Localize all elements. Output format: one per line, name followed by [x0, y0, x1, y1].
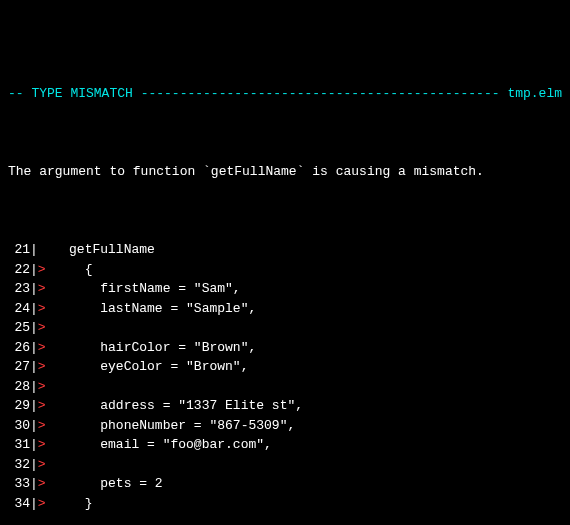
error-marker: > [38, 377, 46, 397]
line-number: 34 [8, 494, 30, 514]
error-marker: > [38, 279, 46, 299]
error-intro: The argument to function `getFullName` i… [8, 162, 562, 182]
gutter-bar: | [30, 455, 38, 475]
header-filename: tmp.elm [500, 84, 562, 104]
error-marker: > [38, 435, 46, 455]
code-line: 25|> [8, 318, 562, 338]
code-text: firstName = "Sam", [46, 279, 241, 299]
code-line: 30|> phoneNumber = "867-5309", [8, 416, 562, 436]
code-block: 21| getFullName22|> {23|> firstName = "S… [8, 240, 562, 513]
code-text: pets = 2 [46, 474, 163, 494]
code-text: } [46, 494, 93, 514]
line-number: 26 [8, 338, 30, 358]
gutter-bar: | [30, 377, 38, 397]
line-number: 25 [8, 318, 30, 338]
error-marker: > [38, 318, 46, 338]
code-line: 31|> email = "foo@bar.com", [8, 435, 562, 455]
line-number: 21 [8, 240, 30, 260]
blank-line [8, 123, 562, 143]
error-marker: > [38, 299, 46, 319]
code-text: getFullName [46, 240, 155, 260]
error-marker: > [38, 455, 46, 475]
error-marker: > [38, 357, 46, 377]
error-title: TYPE MISMATCH [31, 84, 132, 104]
header-prefix: -- [8, 84, 31, 104]
gutter-bar: | [30, 299, 38, 319]
line-number: 27 [8, 357, 30, 377]
gutter-bar: | [30, 474, 38, 494]
blank-line [8, 201, 562, 221]
code-text: email = "foo@bar.com", [46, 435, 272, 455]
header-dashes: ----------------------------------------… [148, 84, 499, 104]
code-text: eyeColor = "Brown", [46, 357, 249, 377]
code-text: phoneNumber = "867-5309", [46, 416, 296, 436]
line-number: 30 [8, 416, 30, 436]
gutter-bar: | [30, 435, 38, 455]
code-line: 26|> hairColor = "Brown", [8, 338, 562, 358]
code-line: 33|> pets = 2 [8, 474, 562, 494]
code-text: { [46, 260, 93, 280]
code-line: 28|> [8, 377, 562, 397]
code-line: 22|> { [8, 260, 562, 280]
line-number: 22 [8, 260, 30, 280]
line-number: 24 [8, 299, 30, 319]
code-line: 29|> address = "1337 Elite st", [8, 396, 562, 416]
code-line: 34|> } [8, 494, 562, 514]
gutter-bar: | [30, 240, 38, 260]
gutter-bar: | [30, 416, 38, 436]
gutter-bar: | [30, 260, 38, 280]
error-marker: > [38, 338, 46, 358]
code-line: 27|> eyeColor = "Brown", [8, 357, 562, 377]
code-line: 21| getFullName [8, 240, 562, 260]
gutter-bar: | [30, 494, 38, 514]
code-line: 23|> firstName = "Sam", [8, 279, 562, 299]
error-marker [38, 240, 46, 260]
gutter-bar: | [30, 318, 38, 338]
line-number: 23 [8, 279, 30, 299]
line-number: 28 [8, 377, 30, 397]
line-number: 32 [8, 455, 30, 475]
line-number: 29 [8, 396, 30, 416]
line-number: 31 [8, 435, 30, 455]
gutter-bar: | [30, 338, 38, 358]
header-sep: - [133, 84, 149, 104]
error-marker: > [38, 260, 46, 280]
code-text: address = "1337 Elite st", [46, 396, 303, 416]
gutter-bar: | [30, 357, 38, 377]
error-header: -- TYPE MISMATCH -----------------------… [8, 84, 562, 104]
line-number: 33 [8, 474, 30, 494]
error-marker: > [38, 396, 46, 416]
code-line: 32|> [8, 455, 562, 475]
error-marker: > [38, 474, 46, 494]
gutter-bar: | [30, 396, 38, 416]
code-text: hairColor = "Brown", [46, 338, 257, 358]
error-marker: > [38, 494, 46, 514]
gutter-bar: | [30, 279, 38, 299]
code-line: 24|> lastName = "Sample", [8, 299, 562, 319]
code-text: lastName = "Sample", [46, 299, 257, 319]
error-marker: > [38, 416, 46, 436]
